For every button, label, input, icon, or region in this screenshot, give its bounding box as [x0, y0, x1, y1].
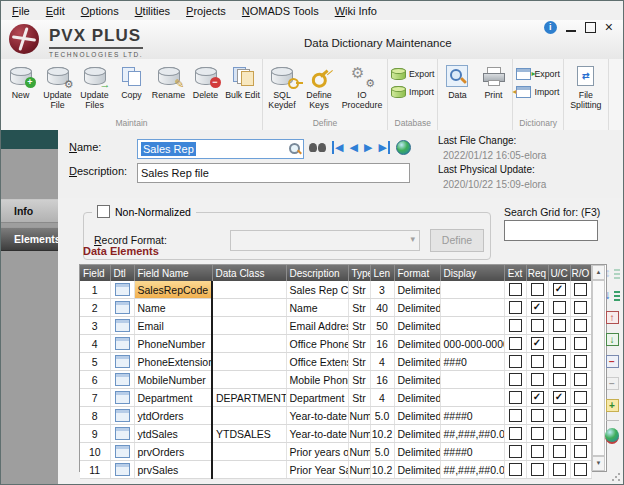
req-checkbox[interactable]: [531, 373, 544, 386]
uc-checkbox[interactable]: [553, 373, 566, 386]
print-button[interactable]: Print: [475, 61, 511, 100]
detail-icon[interactable]: [115, 283, 130, 296]
io-procedure-button[interactable]: ⚙⚙ IO Procedure: [338, 61, 386, 110]
ro-checkbox[interactable]: [574, 391, 587, 404]
len-cell[interactable]: 5.0: [370, 443, 394, 461]
description-cell[interactable]: Email Address: [286, 317, 348, 335]
description-cell[interactable]: Prior Year Sale: [286, 461, 348, 479]
tab-elements[interactable]: Elements: [1, 227, 58, 251]
data-class-cell[interactable]: [212, 281, 286, 299]
sort-elements-icon[interactable]: ↓: [605, 288, 620, 303]
data-class-cell[interactable]: [212, 407, 286, 425]
ext-checkbox[interactable]: [509, 301, 522, 314]
type-cell[interactable]: Str: [348, 335, 370, 353]
description-cell[interactable]: Year-to-date c: [286, 407, 348, 425]
data-class-cell[interactable]: [212, 371, 286, 389]
update-files-button[interactable]: → Update Files: [76, 61, 113, 110]
len-cell[interactable]: 40: [370, 299, 394, 317]
copy-button[interactable]: Copy: [113, 61, 150, 100]
format-cell[interactable]: Delimited: [394, 425, 440, 443]
detail-icon[interactable]: [115, 391, 130, 404]
ro-checkbox[interactable]: [574, 463, 587, 476]
search-icon[interactable]: [289, 143, 301, 155]
record-format-combo[interactable]: ▾: [230, 230, 420, 251]
len-cell[interactable]: 5.0: [370, 407, 394, 425]
field-name-cell[interactable]: SalesRepCode: [134, 281, 212, 299]
menu-edit[interactable]: Edit: [38, 3, 73, 19]
detail-icon[interactable]: [115, 409, 130, 422]
scroll-down-icon[interactable]: ▼: [592, 456, 605, 471]
binoculars-icon[interactable]: [308, 143, 328, 153]
display-cell[interactable]: 000-000-0000: [440, 335, 504, 353]
display-cell[interactable]: ####0: [440, 407, 504, 425]
ext-checkbox[interactable]: [509, 445, 522, 458]
type-cell[interactable]: Str: [348, 353, 370, 371]
data-class-cell[interactable]: [212, 443, 286, 461]
format-cell[interactable]: Delimited: [394, 299, 440, 317]
menu-nomads-tools[interactable]: NOMADS Tools: [234, 3, 327, 19]
data-class-cell[interactable]: [212, 353, 286, 371]
non-normalized-checkbox[interactable]: [97, 205, 110, 218]
menu-wiki-info[interactable]: Wiki Info: [327, 3, 385, 19]
detail-icon[interactable]: [115, 301, 130, 314]
type-cell[interactable]: Num: [348, 425, 370, 443]
define-button[interactable]: Define: [430, 229, 484, 252]
field-name-cell[interactable]: Email: [134, 317, 212, 335]
field-name-cell[interactable]: prvOrders: [134, 443, 212, 461]
format-cell[interactable]: Delimited: [394, 461, 440, 479]
len-cell[interactable]: 4: [370, 389, 394, 407]
minimize-icon[interactable]: [566, 30, 576, 32]
database-import-button[interactable]: Import: [389, 83, 436, 101]
dictionary-export-button[interactable]: ▸ Export: [514, 65, 561, 83]
data-class-cell[interactable]: [212, 317, 286, 335]
database-export-button[interactable]: Export: [389, 65, 436, 83]
len-cell[interactable]: 50: [370, 317, 394, 335]
search-grid-input[interactable]: [504, 220, 598, 241]
first-record-icon[interactable]: ◀: [332, 141, 343, 154]
description-cell[interactable]: Mobile Phone: [286, 371, 348, 389]
ext-checkbox[interactable]: [509, 355, 522, 368]
description-cell[interactable]: Year-to-date S: [286, 425, 348, 443]
uc-checkbox[interactable]: [553, 463, 566, 476]
define-keys-button[interactable]: Define Keys: [300, 61, 338, 110]
uc-checkbox[interactable]: [553, 355, 566, 368]
type-cell[interactable]: Str: [348, 371, 370, 389]
new-button[interactable]: + New: [2, 61, 39, 100]
uc-checkbox[interactable]: [553, 427, 566, 440]
field-name-cell[interactable]: ytdOrders: [134, 407, 212, 425]
maximize-icon[interactable]: [585, 22, 596, 33]
data-class-cell[interactable]: DEPARTMENT: [212, 389, 286, 407]
ro-checkbox[interactable]: [574, 301, 587, 314]
add-element-icon[interactable]: +: [605, 398, 620, 413]
format-cell[interactable]: Delimited: [394, 317, 440, 335]
delete-button[interactable]: − Delete: [187, 61, 224, 100]
display-cell[interactable]: ###0: [440, 353, 504, 371]
field-name-cell[interactable]: prvSales: [134, 461, 212, 479]
len-cell[interactable]: 10.2: [370, 461, 394, 479]
ext-checkbox[interactable]: [509, 463, 522, 476]
req-checkbox[interactable]: ✓: [531, 301, 544, 314]
len-cell[interactable]: 16: [370, 371, 394, 389]
detail-icon[interactable]: [115, 319, 130, 332]
ro-checkbox[interactable]: [574, 355, 587, 368]
sql-keydef-button[interactable]: SQL Keydef: [264, 61, 300, 110]
description-cell[interactable]: Sales Rep Cod: [286, 281, 348, 299]
req-checkbox[interactable]: [531, 463, 544, 476]
globe-tool-icon[interactable]: [605, 428, 619, 444]
description-cell[interactable]: Office Extensio: [286, 353, 348, 371]
type-cell[interactable]: Num: [348, 443, 370, 461]
type-cell[interactable]: Str: [348, 299, 370, 317]
uc-checkbox[interactable]: ✓: [553, 391, 566, 404]
ext-checkbox[interactable]: [509, 409, 522, 422]
display-cell[interactable]: [440, 389, 504, 407]
type-cell[interactable]: Str: [348, 389, 370, 407]
description-cell[interactable]: Prior years ord: [286, 443, 348, 461]
close-icon[interactable]: ×: [605, 21, 613, 34]
data-class-cell[interactable]: [212, 335, 286, 353]
description-input[interactable]: Sales Rep file: [137, 163, 410, 183]
req-checkbox[interactable]: [531, 283, 544, 296]
len-cell[interactable]: 4: [370, 353, 394, 371]
ro-checkbox[interactable]: [574, 283, 587, 296]
update-file-button[interactable]: ⚙ Update File: [39, 61, 76, 110]
data-button[interactable]: Data: [439, 61, 475, 100]
